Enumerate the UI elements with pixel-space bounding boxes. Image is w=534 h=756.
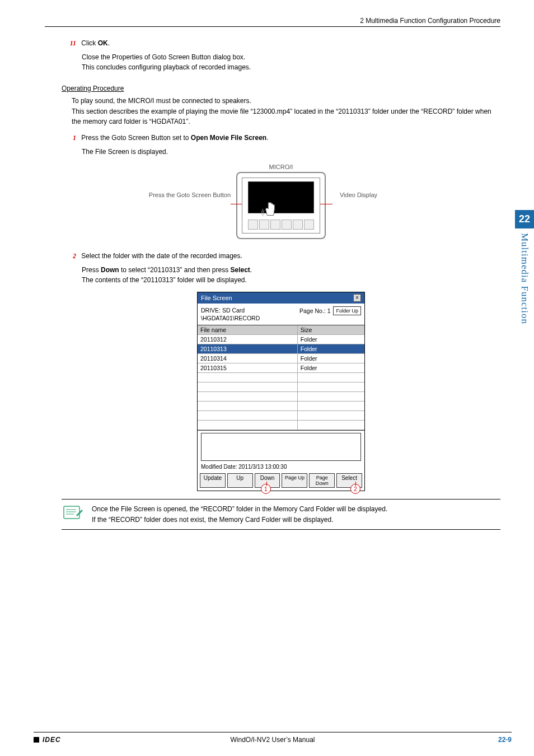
op-body-1: To play sound, the MICRO/I must be conne… xyxy=(72,96,500,106)
page-down-button[interactable]: Page Down xyxy=(309,473,335,488)
file-name-cell: 20110314 xyxy=(198,354,298,363)
toolbar-btn xyxy=(270,220,280,230)
step-11-suffix: . xyxy=(108,39,110,47)
step-2-body-2: The contents of the “20110313” folder wi… xyxy=(82,275,500,285)
fs-empty-row xyxy=(198,382,364,392)
step-1-num: 1 xyxy=(62,134,76,142)
step-1-text: Press the Goto Screen Button set to Open… xyxy=(81,134,268,142)
fs-empty-row xyxy=(198,411,364,421)
file-size-cell: Folder xyxy=(298,363,364,372)
brand-square-icon xyxy=(34,737,39,743)
step-2-body-1: Press Down to select “20110313” and then… xyxy=(82,265,500,275)
fs-header-row: File name Size xyxy=(198,325,364,335)
step-2-body-1-mid: to select “20110313” and then press xyxy=(119,266,231,274)
toolbar-btn xyxy=(248,220,258,230)
folder-up-button[interactable]: Folder Up xyxy=(333,306,361,315)
fs-empty-row xyxy=(198,421,364,430)
brand-text: IDEC xyxy=(43,736,61,744)
step-11-body: Close the Properties of Goto Screen Butt… xyxy=(62,52,500,72)
fs-preview-area xyxy=(201,433,361,461)
chapter-number: 22 xyxy=(515,210,534,228)
close-icon[interactable]: × xyxy=(353,294,361,302)
fs-col-size: Size xyxy=(298,325,364,334)
microi-device-frame xyxy=(236,172,326,239)
diagram-left-callout: Press the Goto Screen Button xyxy=(124,192,231,198)
op-body-2: This section describes the example of pl… xyxy=(72,106,500,127)
step-1-body: The File Screen is displayed. xyxy=(62,147,500,157)
page-major: 22- xyxy=(498,736,508,744)
footer-brand: IDEC xyxy=(34,736,61,744)
fs-modified-date: Modified Date: 2011/3/13 13:00:30 xyxy=(198,462,364,472)
callout-line-right xyxy=(319,204,332,204)
file-size-cell: Folder xyxy=(298,354,364,363)
toolbar-btn xyxy=(282,220,292,230)
microi-diagram: MICRO/I Press the Goto Screen Button Vid… xyxy=(62,164,500,241)
fs-table: File name Size 20110312Folder20110313Fol… xyxy=(198,325,364,431)
operating-procedure-heading: Operating Procedure xyxy=(62,85,124,92)
step-1-prefix: Press the Goto Screen Button set to xyxy=(81,134,190,142)
file-size-cell: Folder xyxy=(298,335,364,344)
step-2-text: Select the folder with the date of the r… xyxy=(81,252,242,260)
toolbar-btn xyxy=(293,220,303,230)
step-1-suffix: . xyxy=(266,134,268,142)
up-button[interactable]: Up xyxy=(227,473,253,488)
step-2: 2 Select the folder with the date of the… xyxy=(62,252,500,260)
step-11-body-2: This concludes configuring playback of r… xyxy=(82,62,500,72)
file-size-cell: Folder xyxy=(298,344,364,353)
fs-empty-row xyxy=(198,402,364,411)
operating-procedure-body: To play sound, the MICRO/I must be conne… xyxy=(62,96,500,127)
press-hand-icon xyxy=(261,199,278,221)
step-2-body-1-prefix: Press xyxy=(82,266,101,274)
callout-1: 1 xyxy=(261,484,271,494)
note-line-1: Once the File Screen is opened, the “REC… xyxy=(92,504,387,515)
step-2-num: 2 xyxy=(62,252,76,260)
page-footer: IDEC WindO/I-NV2 User’s Manual 22-9 xyxy=(34,732,512,744)
step-2-body-1-bold2: Select xyxy=(230,266,250,274)
fs-empty-row xyxy=(198,373,364,382)
note-icon xyxy=(62,504,84,522)
file-screen-window: File Screen × DRIVE: SD Card \HGDATA01\R… xyxy=(197,292,365,491)
svg-rect-0 xyxy=(64,506,79,519)
step-11-bold: OK xyxy=(98,39,108,47)
chapter-label: Multimedia Function xyxy=(519,228,530,324)
note-line-2: If the “RECORD” folder does not exist, t… xyxy=(92,515,387,525)
step-11: 11 Click OK. xyxy=(62,39,500,48)
header-section-title: 2 Multimedia Function Configuration Proc… xyxy=(45,17,500,27)
down-button[interactable]: Down1 xyxy=(255,473,280,488)
file-screen-title: File Screen xyxy=(201,295,232,301)
fs-button-row: UpdateUpDown1Page UpPage DownSelect2 xyxy=(198,472,364,491)
callout-line xyxy=(266,482,267,486)
select-button[interactable]: Select2 xyxy=(336,473,362,488)
table-row[interactable]: 20110314Folder xyxy=(198,354,364,363)
table-row[interactable]: 20110313Folder xyxy=(198,344,364,354)
fs-drive: DRIVE: SD Card xyxy=(201,306,260,314)
fs-page-no: Page No.: 1 xyxy=(299,307,330,314)
page-up-button[interactable]: Page Up xyxy=(282,473,307,488)
footer-manual-title: WindO/I-NV2 User’s Manual xyxy=(34,736,512,744)
file-name-cell: 20110313 xyxy=(198,344,298,353)
fs-col-name: File name xyxy=(198,325,298,334)
page-minor: 9 xyxy=(508,736,512,744)
step-11-num: 11 xyxy=(62,39,76,48)
footer-page: 22-9 xyxy=(498,736,512,744)
file-screen-titlebar: File Screen × xyxy=(198,292,364,304)
chapter-tab: 22 Multimedia Function xyxy=(515,210,534,324)
toolbar-btn xyxy=(259,220,269,230)
microi-title: MICRO/I xyxy=(236,164,326,170)
table-row[interactable]: 20110312Folder xyxy=(198,335,364,344)
step-11-text: Click OK. xyxy=(81,39,110,47)
update-button[interactable]: Update xyxy=(200,473,226,488)
fs-path: \HGDATA01\RECORD xyxy=(201,314,260,322)
step-1-bold: Open Movie File Screen xyxy=(191,134,266,142)
note-box: Once the File Screen is opened, the “REC… xyxy=(62,499,500,530)
fs-empty-row xyxy=(198,392,364,402)
step-2-body-1-suffix: . xyxy=(250,266,252,274)
microi-toolbar xyxy=(248,220,314,230)
step-1-body-1: The File Screen is displayed. xyxy=(82,147,500,157)
file-name-cell: 20110312 xyxy=(198,335,298,344)
file-name-cell: 20110315 xyxy=(198,363,298,372)
step-2-body-1-bold1: Down xyxy=(101,266,119,274)
table-row[interactable]: 20110315Folder xyxy=(198,363,364,373)
diagram-right-callout: Video Display xyxy=(340,192,377,198)
step-1: 1 Press the Goto Screen Button set to Op… xyxy=(62,134,500,142)
